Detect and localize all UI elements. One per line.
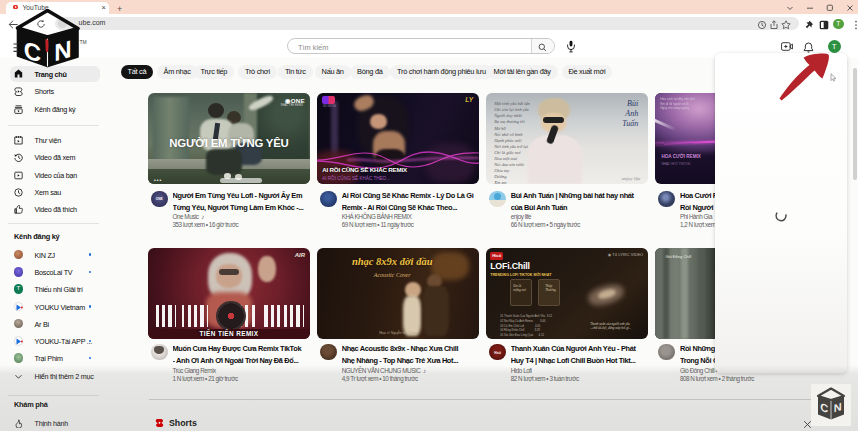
svg-text:N: N — [834, 400, 842, 414]
svg-text:C: C — [24, 36, 42, 68]
svg-text:TM: TM — [80, 39, 87, 45]
svg-text:N: N — [54, 35, 71, 66]
svg-text:C: C — [820, 401, 828, 415]
